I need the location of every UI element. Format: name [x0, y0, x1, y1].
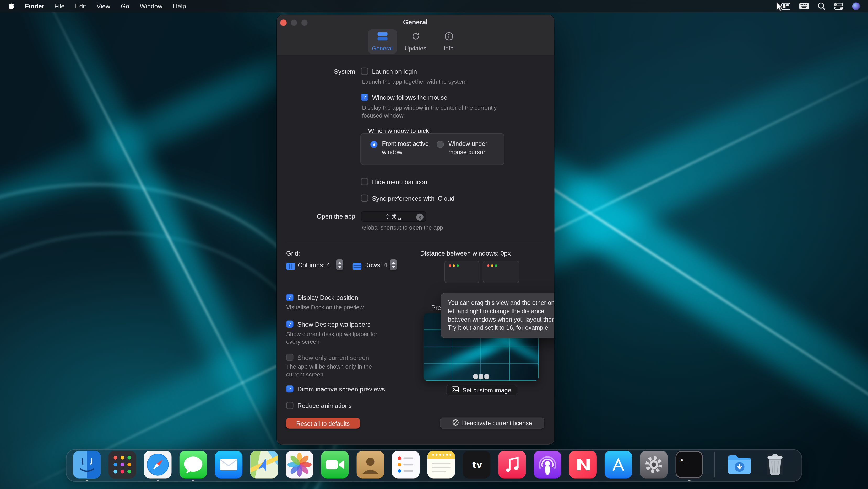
- window-follows-mouse-row[interactable]: Window follows the mouse: [361, 94, 447, 101]
- svg-text:tv: tv: [472, 460, 482, 470]
- menu-item-view[interactable]: View: [97, 3, 110, 9]
- settings-window: General General Updates Info System: Lau…: [277, 15, 554, 445]
- distance-tooltip: You can drag this view and the other one…: [440, 293, 554, 338]
- show-desktop-wallpapers-row[interactable]: Show Desktop wallpapers: [286, 321, 371, 328]
- display-dock-position-checkbox[interactable]: [286, 294, 293, 301]
- dock-mail-icon[interactable]: [215, 451, 243, 481]
- distance-window-preview-left[interactable]: [444, 260, 479, 283]
- set-custom-image-label: Set custom image: [463, 387, 511, 393]
- dock-contacts-icon[interactable]: [356, 451, 384, 481]
- tab-info[interactable]: Info: [434, 29, 463, 54]
- dock-podcasts-icon[interactable]: [534, 451, 561, 481]
- apple-menu-icon[interactable]: [8, 2, 15, 10]
- dock-music-icon[interactable]: [498, 451, 526, 481]
- reset-defaults-label: Reset all to defaults: [296, 420, 350, 427]
- launch-on-login-row[interactable]: Launch on login: [361, 68, 417, 75]
- dock-trash-icon[interactable]: [761, 451, 789, 481]
- open-app-subtitle: Global shortcut to open the app: [362, 224, 443, 232]
- tab-updates[interactable]: Updates: [401, 29, 430, 54]
- window-follows-mouse-label: Window follows the mouse: [372, 94, 447, 100]
- window-under-cursor-label: Window under mouse cursor: [448, 140, 496, 156]
- keyboard-icon[interactable]: [799, 3, 809, 9]
- which-window-group: Front most active window Window under mo…: [360, 133, 504, 165]
- menu-item-help[interactable]: Help: [173, 3, 186, 9]
- dock-settings-icon[interactable]: [640, 451, 668, 481]
- display-dock-position-subtitle: Visualise Dock on the preview: [286, 304, 364, 311]
- dock-safari-icon[interactable]: [144, 451, 172, 481]
- general-tab-icon: [377, 31, 388, 43]
- shortcut-field[interactable]: ⇧⌘␣ ×: [361, 211, 426, 222]
- dimm-inactive-previews-row[interactable]: Dimm inactive screen previews: [286, 385, 385, 393]
- window-follows-mouse-subtitle: Display the app window in the center of …: [362, 104, 513, 119]
- reset-defaults-button[interactable]: Reset all to defaults: [286, 418, 360, 429]
- window-under-cursor-option[interactable]: Window under mouse cursor: [437, 140, 496, 156]
- info-tab-icon: [444, 31, 454, 43]
- columns-stepper[interactable]: [336, 259, 343, 270]
- section-divider: [286, 241, 545, 242]
- running-indicator: [157, 479, 159, 481]
- mouse-cursor: [776, 2, 783, 15]
- menu-item-file[interactable]: File: [54, 3, 64, 9]
- spotlight-icon[interactable]: [818, 2, 826, 10]
- desktop: Finder FileEditViewGoWindowHelp: [0, 0, 868, 489]
- dock-finder-icon[interactable]: [73, 451, 101, 481]
- window-under-cursor-radio[interactable]: [437, 141, 444, 148]
- front-most-window-option[interactable]: Front most active window: [370, 140, 430, 156]
- sync-icloud-row[interactable]: Sync preferences with iCloud: [361, 195, 455, 202]
- columns-value: 4: [327, 262, 330, 268]
- show-desktop-wallpapers-subtitle: Show current desktop wallpaper for every…: [286, 330, 391, 345]
- grid-section-label: Grid:: [286, 250, 300, 257]
- running-indicator: [86, 479, 88, 481]
- launch-on-login-label: Launch on login: [372, 68, 417, 75]
- launch-on-login-checkbox[interactable]: [361, 68, 368, 75]
- show-desktop-wallpapers-checkbox[interactable]: [286, 321, 293, 328]
- reduce-animations-row[interactable]: Reduce animations: [286, 402, 352, 409]
- deactivate-icon: [452, 419, 459, 427]
- hide-menu-bar-icon-checkbox[interactable]: [361, 178, 368, 185]
- running-indicator: [192, 479, 194, 481]
- siri-icon[interactable]: [852, 2, 860, 10]
- dock-news-icon[interactable]: [569, 451, 597, 481]
- dock-launchpad-icon[interactable]: [108, 451, 136, 481]
- tab-general-label: General: [372, 45, 393, 51]
- menu-item-go[interactable]: Go: [121, 3, 129, 9]
- show-desktop-wallpapers-label: Show Desktop wallpapers: [297, 321, 371, 327]
- rows-stepper[interactable]: [390, 259, 397, 270]
- dock-terminal-icon[interactable]: >_: [675, 451, 703, 481]
- deactivate-license-button[interactable]: Deactivate current license: [440, 418, 544, 428]
- window-title: General: [277, 18, 554, 26]
- dock-photos-icon[interactable]: [286, 451, 313, 481]
- menu-app-name[interactable]: Finder: [25, 3, 44, 9]
- dock-notes-icon[interactable]: [428, 451, 455, 481]
- dock-messages-icon[interactable]: [179, 451, 207, 481]
- dimm-inactive-previews-label: Dimm inactive screen previews: [297, 386, 385, 392]
- show-only-current-screen-subtitle: The app will be shown only in the curren…: [286, 363, 391, 378]
- dock-appstore-icon[interactable]: [604, 451, 632, 481]
- dock-reminders-icon[interactable]: [392, 451, 420, 481]
- menu-bar-status-area: [781, 2, 868, 10]
- window-follows-mouse-checkbox[interactable]: [361, 94, 368, 101]
- hide-menu-bar-icon-row[interactable]: Hide menu bar icon: [361, 178, 427, 185]
- deactivate-license-label: Deactivate current license: [462, 420, 532, 426]
- dock-appletv-icon[interactable]: tv: [463, 451, 491, 481]
- updates-tab-icon: [410, 31, 421, 43]
- display-dock-position-row[interactable]: Display Dock position: [286, 294, 358, 301]
- tab-general[interactable]: General: [368, 29, 397, 54]
- dock-facetime-icon[interactable]: [321, 451, 349, 481]
- dimm-inactive-previews-checkbox[interactable]: [286, 385, 293, 393]
- columns-icon: [286, 262, 295, 272]
- reduce-animations-checkbox[interactable]: [286, 402, 293, 409]
- front-most-window-radio[interactable]: [370, 141, 377, 148]
- rows-label: Rows: 4: [364, 262, 388, 268]
- rows-label-text: Rows:: [364, 262, 382, 268]
- dock: tv>_: [66, 449, 802, 482]
- set-custom-image-button[interactable]: Set custom image: [446, 385, 517, 395]
- dock-downloads-icon[interactable]: [726, 451, 753, 481]
- sync-icloud-checkbox[interactable]: [361, 195, 368, 202]
- dock-maps-icon[interactable]: [250, 451, 278, 481]
- menu-item-window[interactable]: Window: [140, 3, 162, 9]
- control-center-icon[interactable]: [834, 3, 843, 10]
- clear-shortcut-icon[interactable]: ×: [416, 213, 423, 221]
- distance-window-preview-right[interactable]: [483, 260, 519, 283]
- menu-item-edit[interactable]: Edit: [75, 3, 86, 9]
